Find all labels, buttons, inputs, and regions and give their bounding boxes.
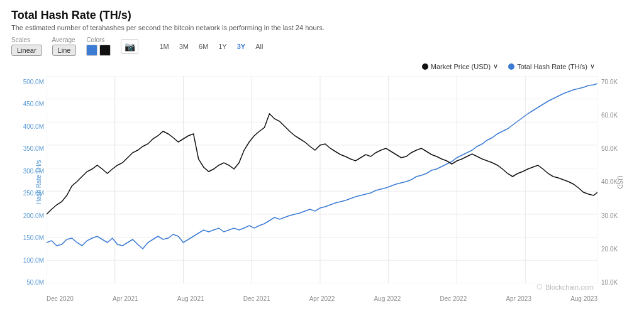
- x-label-apr2023: Apr 2023: [506, 295, 531, 302]
- hash-rate-line: [47, 84, 597, 249]
- chart-svg: [47, 76, 597, 283]
- market-price-line: [47, 114, 597, 214]
- blue-swatch[interactable]: [86, 45, 97, 56]
- scales-linear-button[interactable]: Linear: [11, 45, 42, 56]
- legend-market-price: Market Price (USD) ∨: [422, 62, 498, 70]
- y-left-150: 150.0M: [23, 234, 44, 241]
- type-group: Average Line: [52, 36, 77, 56]
- y-left-400: 400.0M: [23, 123, 44, 130]
- y-right-20k: 20.0K: [601, 246, 618, 253]
- y-right-50k: 50.0K: [601, 145, 618, 152]
- scales-group: Scales Linear: [11, 36, 42, 56]
- page-container: Total Hash Rate (TH/s) The estimated num…: [0, 0, 644, 328]
- x-axis: Dec 2020 Apr 2021 Aug 2021 Dec 2021 Apr …: [47, 295, 597, 302]
- y-left-50: 50.0M: [26, 279, 44, 286]
- legend-dot-market: [422, 63, 428, 70]
- legend-hash-label: Total Hash Rate (TH/s): [517, 63, 587, 70]
- legend-hash-arrow: ∨: [590, 62, 595, 70]
- x-label-apr2022: Apr 2022: [309, 295, 335, 302]
- x-label-dec2020: Dec 2020: [47, 295, 74, 302]
- watermark: ⬡ Blockchain.com: [536, 283, 594, 291]
- page-title: Total Hash Rate (TH/s): [11, 9, 633, 22]
- watermark-icon: ⬡: [536, 283, 543, 291]
- color-swatches: [86, 45, 111, 56]
- watermark-text: Blockchain.com: [545, 283, 594, 291]
- x-label-aug2022: Aug 2022: [374, 295, 401, 302]
- legend-dot-hash: [508, 63, 514, 70]
- y-right-10k: 10.0K: [601, 279, 618, 286]
- y-left-350: 350.0M: [23, 145, 44, 152]
- camera-button[interactable]: 📷: [121, 39, 138, 54]
- time-3m-button[interactable]: 3M: [175, 41, 193, 52]
- scales-label: Scales: [11, 36, 30, 43]
- x-label-aug2023: Aug 2023: [570, 295, 597, 302]
- y-left-500: 500.0M: [23, 79, 44, 85]
- chart-legend: Market Price (USD) ∨ Total Hash Rate (TH…: [422, 62, 595, 70]
- y-right-70k: 70.0K: [601, 79, 618, 85]
- scales-buttons: Linear: [11, 45, 42, 56]
- legend-market-arrow: ∨: [493, 62, 498, 70]
- y-right-60k: 60.0K: [601, 112, 618, 119]
- x-label-dec2021: Dec 2021: [243, 295, 270, 302]
- time-1y-button[interactable]: 1Y: [214, 41, 231, 52]
- y-left-450: 450.0M: [23, 101, 44, 107]
- type-buttons: Line: [52, 45, 77, 56]
- legend-market-label: Market Price (USD): [431, 63, 491, 70]
- controls-bar: Scales Linear Average Line Colors 📷 1M 3…: [11, 36, 633, 56]
- x-label-dec2022: Dec 2022: [440, 295, 467, 302]
- x-label-apr2021: Apr 2021: [113, 295, 138, 302]
- y-right-30k: 30.0K: [601, 212, 618, 219]
- y-right-40k: 40.0K: [601, 178, 618, 185]
- time-all-button[interactable]: All: [251, 41, 267, 52]
- page-subtitle: The estimated number of terahashes per s…: [11, 24, 633, 31]
- y-left-100: 100.0M: [23, 257, 44, 264]
- y-axis-right-label: USD: [616, 175, 623, 189]
- type-label: Average: [52, 36, 75, 43]
- y-axis-left-label: Hash Rate TH/s: [35, 160, 42, 205]
- colors-group: Colors: [86, 36, 111, 56]
- x-label-aug2021: Aug 2021: [177, 295, 204, 302]
- black-swatch[interactable]: [99, 45, 111, 56]
- legend-hash-rate: Total Hash Rate (TH/s) ∨: [508, 62, 595, 70]
- type-line-button[interactable]: Line: [52, 45, 77, 56]
- time-1m-button[interactable]: 1M: [155, 41, 173, 52]
- colors-label: Colors: [86, 36, 104, 43]
- time-range-buttons: 1M 3M 6M 1Y 3Y All: [155, 41, 267, 52]
- time-6m-button[interactable]: 6M: [194, 41, 213, 52]
- time-3y-button[interactable]: 3Y: [233, 41, 250, 52]
- chart-area: Market Price (USD) ∨ Total Hash Rate (TH…: [11, 60, 633, 305]
- y-left-200: 200.0M: [23, 212, 44, 219]
